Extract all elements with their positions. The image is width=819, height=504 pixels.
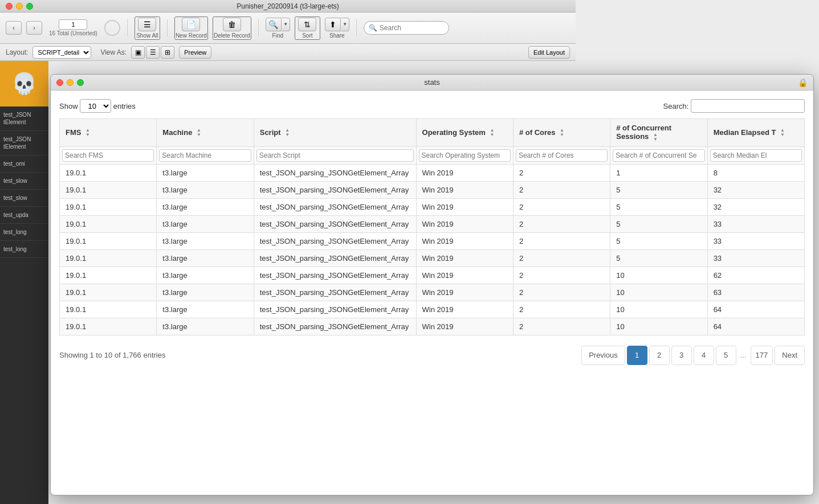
cell-concurrent-6: 10 [610,267,707,284]
edit-layout-button[interactable]: Edit Layout [528,46,570,59]
col-header-concurrent[interactable]: # of ConcurrentSessions ▲▼ [610,119,707,147]
col-header-median[interactable]: Median Elapsed T ▲▼ [707,119,804,147]
new-record-icon: 📄 [182,18,200,31]
page-1-button[interactable]: 1 [627,346,647,365]
stats-maximize-button[interactable] [77,79,84,86]
layout-select[interactable]: SCRIPT_detail [32,46,91,59]
cell-cores-6: 2 [513,267,610,284]
page-3-button[interactable]: 3 [671,346,692,365]
sidebar-item-2[interactable]: test_JSONtElement [0,131,48,155]
table-search-row [60,146,805,164]
stats-minimize-button[interactable] [67,79,74,86]
form-view-button[interactable]: ▣ [131,46,145,59]
fm-close-button[interactable] [6,3,13,10]
cell-script-2: test_JSON_parsing_JSONGetElement_Array [254,198,416,215]
list-view-button[interactable]: ☰ [146,46,160,59]
records-box: 16 Total (Unsorted) [49,19,97,36]
sidebar-item-8[interactable]: test_long [0,241,48,258]
page-4-button[interactable]: 4 [694,346,714,365]
cell-median-8: 64 [707,301,804,318]
global-search-input[interactable] [691,99,805,113]
cell-machine-2: t3.large [157,198,254,215]
table-row: 19.0.1 t3.large test_JSON_parsing_JSONGe… [60,284,805,301]
sort-icon: ⇅ [298,18,316,31]
cell-machine-9: t3.large [157,318,254,335]
sidebar-item-7[interactable]: test_long [0,224,48,241]
cell-machine-5: t3.large [157,249,254,267]
sidebar-item-4[interactable]: test_slow [0,173,48,190]
stats-close-button[interactable] [56,79,63,86]
cell-machine-4: t3.large [157,232,254,249]
table-row: 19.0.1 t3.large test_JSON_parsing_JSONGe… [60,318,805,335]
grid-view-button[interactable]: ⊞ [161,46,174,59]
sidebar-item-3[interactable]: test_omi [0,155,48,173]
page-5-button[interactable]: 5 [716,346,736,365]
previous-button[interactable]: Previous [581,346,625,365]
fms-sort-icon: ▲▼ [85,128,90,137]
show-label: Show [59,102,78,110]
sidebar-item-label-7: test_long [3,228,45,236]
back-button[interactable]: ‹ [6,21,22,35]
cell-fms-1: 19.0.1 [60,181,157,198]
share-button[interactable]: ⬆ ▼ Share [325,18,349,39]
find-button[interactable]: 🔍 ▼ Find [266,18,290,39]
sidebar-logo: 💀 [0,61,48,106]
sidebar-item-5[interactable]: test_slow [0,190,48,207]
cell-cores-1: 2 [513,181,610,198]
cell-os-9: Win 2019 [416,318,513,335]
fm-traffic-lights [6,3,33,10]
last-page-button[interactable]: 177 [751,346,773,365]
search-cell-concurrent [610,146,707,164]
fm-maximize-button[interactable] [26,3,33,10]
cell-concurrent-8: 10 [610,301,707,318]
col-header-os[interactable]: Operating System ▲▼ [416,119,513,147]
new-record-button[interactable]: 📄 New Record [174,17,208,40]
cell-os-1: Win 2019 [416,181,513,198]
delete-record-button[interactable]: 🗑 Delete Record [213,17,251,40]
search-median-input[interactable] [710,149,802,162]
fm-search-field[interactable]: 🔍 [364,21,449,35]
col-header-script[interactable]: Script ▲▼ [254,119,416,147]
search-script-input[interactable] [256,149,414,162]
col-header-cores[interactable]: # of Cores ▲▼ [513,119,610,147]
fm-sidebar: 💀 test_JSONtElement test_JSONtElement te… [0,61,48,504]
table-container: FMS ▲▼ Machine ▲▼ Script ▲▼ Operating Sy… [59,118,805,335]
fm-minimize-button[interactable] [16,3,23,10]
script-sort-icon: ▲▼ [285,128,290,137]
stats-lock-icon: 🔒 [798,78,808,87]
sort-button[interactable]: ⇅ Sort [295,17,320,40]
page-2-button[interactable]: 2 [649,346,670,365]
search-fms-input[interactable] [62,149,154,162]
table-body: 19.0.1 t3.large test_JSON_parsing_JSONGe… [60,164,805,335]
loading-spinner [104,20,120,36]
find-main-icon: 🔍 [266,18,282,31]
sidebar-item-6[interactable]: test_upda [0,207,48,224]
cell-cores-0: 2 [513,164,610,181]
total-records-label: 16 Total (Unsorted) [49,30,97,36]
current-record-input[interactable] [59,19,87,30]
search-cores-input[interactable] [516,149,608,162]
next-button[interactable]: Next [775,346,805,365]
show-all-button[interactable]: ☰ Show All [135,17,160,40]
cell-script-6: test_JSON_parsing_JSONGetElement_Array [254,267,416,284]
search-os-input[interactable] [419,149,511,162]
search-machine-input[interactable] [159,149,251,162]
cell-cores-9: 2 [513,318,610,335]
table-row: 19.0.1 t3.large test_JSON_parsing_JSONGe… [60,198,805,215]
table-row: 19.0.1 t3.large test_JSON_parsing_JSONGe… [60,164,805,181]
cell-os-2: Win 2019 [416,198,513,215]
fm-window-title: Punisher_20200914 (t3-large-ets) [237,2,339,10]
col-header-fms[interactable]: FMS ▲▼ [60,119,157,147]
entries-select[interactable]: 10 25 50 100 [80,99,111,113]
concurrent-sort-icon: ▲▼ [653,133,658,142]
search-concurrent-input[interactable] [613,149,704,162]
stats-content: Show 10 25 50 100 entries Search: [51,91,813,495]
showing-text: Showing 1 to 10 of 1,766 entries [59,351,165,359]
sidebar-item-1[interactable]: test_JSONtElement [0,106,48,131]
cores-sort-icon: ▲▼ [560,128,564,137]
forward-button[interactable]: › [26,21,42,35]
col-header-machine[interactable]: Machine ▲▼ [157,119,254,147]
fm-search-input[interactable] [380,24,444,32]
preview-button[interactable]: Preview [179,46,211,59]
search-cell-median [707,146,804,164]
